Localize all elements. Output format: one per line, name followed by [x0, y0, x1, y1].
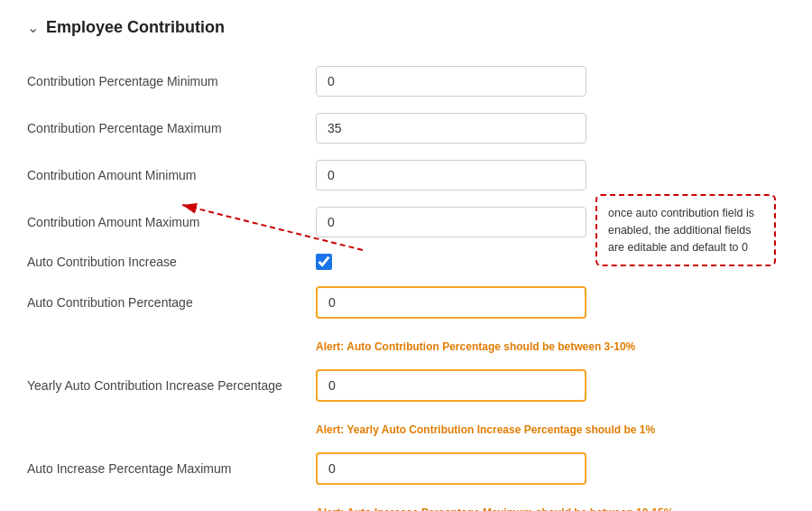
input-auto-increase-percentage-maximum[interactable] [316, 452, 586, 485]
section-title: Employee Contribution [46, 18, 225, 37]
label-auto-contribution-percentage: Auto Contribution Percentage [27, 295, 298, 310]
form-row-auto-contribution-percentage: Auto Contribution Percentage Alert: Auto… [27, 286, 785, 353]
input-yearly-auto-contribution[interactable] [316, 369, 586, 402]
chevron-down-icon[interactable]: ⌄ [27, 19, 39, 36]
form-row-auto-increase-percentage-maximum: Auto Increase Percentage Maximum Alert: … [27, 452, 785, 511]
label-contribution-percentage-maximum: Contribution Percentage Maximum [27, 121, 298, 135]
employee-contribution-section: ⌄ Employee Contribution Contribution Per… [27, 18, 785, 511]
form-row-contribution-percentage-maximum: Contribution Percentage Maximum [27, 113, 785, 144]
label-yearly-auto-contribution: Yearly Auto Contribution Increase Percen… [27, 378, 298, 393]
checkbox-auto-contribution-increase[interactable] [316, 254, 332, 270]
form-row-contribution-percentage-minimum: Contribution Percentage Minimum [27, 66, 785, 97]
alert-auto-contribution-percentage: Alert: Auto Contribution Percentage shou… [316, 340, 785, 353]
tooltip-text: once auto contribution field is enabled,… [608, 207, 754, 254]
section-header: ⌄ Employee Contribution [27, 18, 785, 44]
alert-yearly-auto-contribution: Alert: Yearly Auto Contribution Increase… [316, 423, 785, 436]
form-row-yearly-auto-contribution: Yearly Auto Contribution Increase Percen… [27, 369, 785, 436]
input-contribution-amount-minimum[interactable] [316, 160, 586, 190]
form-row-contribution-amount-minimum: Contribution Amount Minimum [27, 160, 785, 190]
label-contribution-amount-maximum: Contribution Amount Maximum [27, 215, 298, 229]
checkbox-wrapper-auto-contribution [316, 254, 332, 270]
input-contribution-percentage-minimum[interactable] [316, 66, 586, 97]
label-auto-increase-percentage-maximum: Auto Increase Percentage Maximum [27, 461, 298, 476]
tooltip-box: once auto contribution field is enabled,… [595, 194, 776, 266]
label-auto-contribution-increase: Auto Contribution Increase [27, 255, 298, 269]
input-contribution-percentage-maximum[interactable] [316, 113, 586, 144]
label-contribution-percentage-minimum: Contribution Percentage Minimum [27, 74, 298, 88]
alert-auto-increase-percentage-maximum: Alert: Auto Increase Percentage Maximum … [316, 506, 785, 511]
label-contribution-amount-minimum: Contribution Amount Minimum [27, 168, 298, 182]
input-auto-contribution-percentage[interactable] [316, 286, 586, 319]
input-contribution-amount-maximum[interactable] [316, 207, 586, 237]
